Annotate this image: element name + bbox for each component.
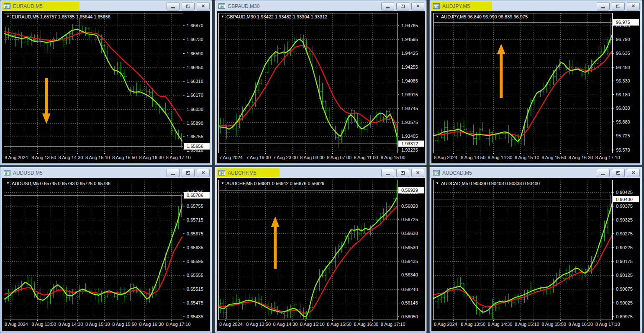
window-title: AUDUSD,M5: [13, 170, 43, 176]
price-tick-label: 0.56820: [401, 204, 418, 209]
time-axis-label: 8 Aug 15:10: [85, 322, 110, 327]
close-button[interactable]: ✕: [627, 2, 640, 10]
price-tick-label: 0.56725: [401, 217, 418, 222]
arrow-head: [271, 217, 280, 227]
close-button[interactable]: ✕: [197, 2, 210, 10]
price-tick-label: 0.56630: [401, 231, 418, 236]
titlebar[interactable]: AUDUSD,M5 ✕: [0, 167, 212, 178]
price-tick-label: 1.66590: [187, 51, 203, 56]
time-axis-label: 7 Aug 23:00: [273, 155, 298, 160]
close-button[interactable]: ✕: [197, 169, 210, 177]
time-axis-label: 8 Aug 2024: [5, 155, 28, 160]
chart-canvas[interactable]: 0.657950.657550.657150.656750.656350.655…: [2, 178, 210, 331]
arrow-shaft: [500, 53, 503, 98]
quote-line: ▼AUDCHF,M5 0.56881 0.56942 0.56876 0.569…: [221, 181, 324, 186]
price-tick-label: 95.570: [616, 147, 630, 152]
price-tick-label: 0.56435: [401, 259, 418, 264]
time-axis-label: 8 Aug 14:30: [59, 322, 83, 327]
window-controls: ✕: [597, 2, 640, 10]
restore-button[interactable]: [182, 169, 195, 177]
time-axis[interactable]: 8 Aug 20248 Aug 13:508 Aug 14:308 Aug 15…: [434, 153, 620, 160]
minimize-button[interactable]: [597, 2, 610, 10]
restore-button[interactable]: [396, 2, 409, 10]
time-axis-label: 8 Aug 17:10: [595, 155, 620, 160]
titlebar[interactable]: AUDCAD,M5 ✕: [430, 167, 642, 178]
arrow-head: [497, 44, 505, 54]
restore-button[interactable]: [612, 169, 625, 177]
chart-canvas[interactable]: 96.94096.79096.63596.48096.33096.18096.0…: [431, 11, 640, 163]
time-axis-label: 8 Aug 13:50: [246, 322, 271, 327]
minimize-button[interactable]: [167, 2, 180, 10]
price-axis[interactable]: 0.657950.657550.657150.656750.656350.655…: [183, 190, 210, 319]
plot-border: [434, 180, 613, 320]
time-axis-label: 8 Aug 13:50: [461, 155, 485, 160]
price-tick-label: 96.635: [616, 51, 630, 56]
price-tick-label: 0.89975: [616, 314, 633, 319]
price-tick-label: 0.65715: [187, 217, 203, 222]
close-button[interactable]: ✕: [411, 169, 424, 177]
titlebar[interactable]: EURAUD,M5 ✕: [0, 0, 212, 11]
close-icon: ✕: [201, 170, 205, 175]
price-tick-label: 1.66030: [187, 107, 203, 112]
restore-button[interactable]: [182, 2, 195, 10]
current-price-label: 1.93312: [401, 141, 418, 146]
price-axis[interactable]: 0.904250.903750.903250.902750.902250.901…: [612, 190, 639, 319]
minimize-button[interactable]: [381, 169, 394, 177]
plot-border: [219, 180, 398, 320]
chart-icon: [218, 3, 225, 9]
price-tick-label: 0.56145: [401, 300, 418, 305]
close-button[interactable]: ✕: [411, 2, 424, 10]
title-group: AUDCHF,M5: [217, 168, 280, 177]
restore-icon: [401, 171, 405, 175]
time-axis-label: 8 Aug 15:50: [541, 322, 566, 327]
chart-canvas[interactable]: 1.947651.945951.944251.942551.940851.939…: [217, 11, 425, 163]
chart-icon: [433, 170, 440, 176]
price-tick-label: 1.66310: [187, 79, 203, 84]
price-axis[interactable]: 0.569150.568200.567250.566300.565300.564…: [398, 187, 424, 319]
time-axis-label: 8 Aug 2024: [5, 322, 28, 327]
symbol-dropdown-icon: ▼: [221, 15, 224, 18]
titlebar[interactable]: GBPAUD,M30 ✕: [215, 0, 426, 11]
plot-border: [219, 13, 398, 153]
time-axis[interactable]: 8 Aug 20248 Aug 13:508 Aug 14:308 Aug 15…: [5, 320, 191, 327]
price-tick-label: 1.94085: [401, 78, 418, 83]
restore-icon: [186, 171, 190, 175]
time-axis[interactable]: 8 Aug 20248 Aug 13:508 Aug 14:308 Aug 15…: [434, 320, 620, 327]
price-tick-label: 0.65675: [187, 231, 203, 236]
time-axis-label: 8 Aug 14:30: [488, 155, 513, 160]
price-axis[interactable]: 1.947651.945951.944251.942551.940851.939…: [398, 23, 424, 152]
time-axis[interactable]: 8 Aug 20248 Aug 13:508 Aug 14:308 Aug 15…: [5, 153, 191, 160]
chart-canvas[interactable]: 0.904250.903750.903250.902750.902250.901…: [431, 178, 640, 331]
price-tick-label: 1.66450: [187, 65, 203, 70]
time-axis-label: 8 Aug 15:00: [381, 155, 405, 160]
time-axis-label: 8 Aug 14:30: [59, 155, 83, 160]
quote-line: ▼EURAUD,M5 1.65757 1.65785 1.65644 1.656…: [6, 14, 110, 19]
restore-button[interactable]: [612, 2, 625, 10]
minimize-icon: [386, 7, 390, 8]
time-axis[interactable]: 7 Aug 20247 Aug 19:007 Aug 23:008 Aug 03…: [219, 153, 405, 160]
title-group: GBPAUD,M30: [217, 2, 261, 10]
minimize-button[interactable]: [381, 2, 394, 10]
titlebar[interactable]: AUDCHF,M5 ✕: [215, 167, 426, 178]
chart-canvas[interactable]: 1.668701.667301.665901.664501.663101.661…: [2, 11, 210, 163]
price-axis[interactable]: 96.94096.79096.63596.48096.33096.18096.0…: [612, 19, 639, 152]
time-axis[interactable]: 8 Aug 20248 Aug 13:508 Aug 14:308 Aug 15…: [219, 320, 405, 327]
time-axis-label: 8 Aug 17:10: [381, 322, 405, 327]
titlebar[interactable]: AUDJPY,M5 ✕: [430, 0, 642, 11]
price-tick-label: 1.93405: [401, 134, 418, 139]
close-button[interactable]: ✕: [627, 169, 640, 177]
price-tick-label: 0.56340: [401, 272, 418, 277]
price-axis[interactable]: 1.668701.667301.665901.664501.663101.661…: [183, 23, 210, 152]
price-tick-label: 0.90325: [616, 217, 633, 222]
time-axis-label: 8 Aug 13:50: [31, 322, 56, 327]
chart-canvas[interactable]: 0.569150.568200.567250.566300.565300.564…: [217, 178, 425, 331]
minimize-button[interactable]: [167, 169, 180, 177]
price-tick-label: 1.94425: [401, 51, 418, 56]
chart-window-audusd: AUDUSD,M5 ✕ 0.657950.657550.657150.65675…: [0, 167, 212, 333]
window-controls: ✕: [381, 2, 424, 10]
quote-text: AUDCAD,M5 0.90339 0.90403 0.90338 0.9040…: [441, 181, 540, 186]
price-tick-label: 0.90225: [616, 245, 633, 250]
restore-button[interactable]: [396, 169, 409, 177]
time-axis-label: 8 Aug 2024: [434, 322, 457, 327]
minimize-button[interactable]: [597, 169, 610, 177]
